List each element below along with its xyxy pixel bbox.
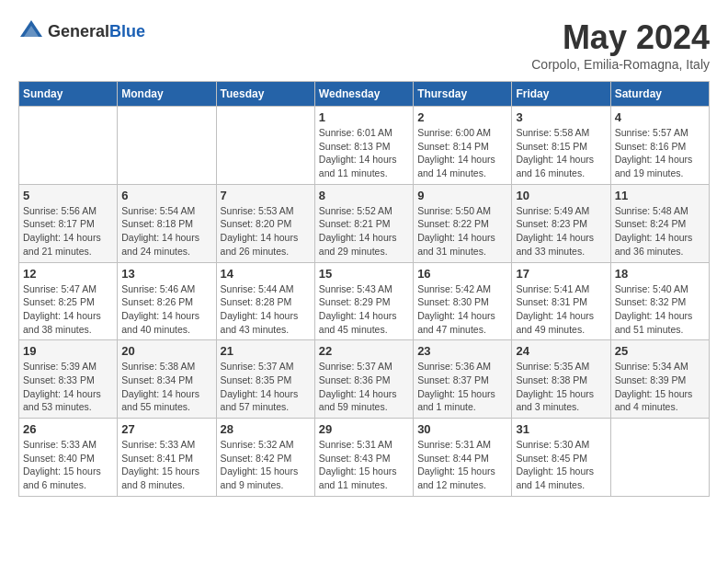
day-number: 15 bbox=[319, 267, 409, 281]
calendar-cell: 24Sunrise: 5:35 AM Sunset: 8:38 PM Dayli… bbox=[512, 340, 610, 419]
day-number: 5 bbox=[23, 189, 113, 202]
calendar-cell: 10Sunrise: 5:49 AM Sunset: 8:23 PM Dayli… bbox=[512, 184, 610, 262]
calendar-cell: 31Sunrise: 5:30 AM Sunset: 8:45 PM Dayli… bbox=[512, 419, 610, 497]
calendar-cell: 5Sunrise: 5:56 AM Sunset: 8:17 PM Daylig… bbox=[19, 184, 118, 262]
day-detail: Sunrise: 5:58 AM Sunset: 8:15 PM Dayligh… bbox=[516, 126, 606, 180]
day-number: 7 bbox=[221, 189, 311, 202]
day-number: 29 bbox=[319, 422, 409, 436]
logo-general-text: General bbox=[48, 22, 109, 40]
weekday-header-tuesday: Tuesday bbox=[216, 82, 314, 107]
day-detail: Sunrise: 5:35 AM Sunset: 8:38 PM Dayligh… bbox=[516, 360, 606, 414]
day-number: 18 bbox=[615, 267, 705, 281]
day-detail: Sunrise: 5:34 AM Sunset: 8:39 PM Dayligh… bbox=[615, 360, 705, 414]
calendar-cell: 14Sunrise: 5:44 AM Sunset: 8:28 PM Dayli… bbox=[216, 262, 314, 340]
calendar-cell: 19Sunrise: 5:39 AM Sunset: 8:33 PM Dayli… bbox=[19, 340, 118, 419]
day-detail: Sunrise: 5:37 AM Sunset: 8:35 PM Dayligh… bbox=[221, 360, 311, 414]
calendar-cell: 9Sunrise: 5:50 AM Sunset: 8:22 PM Daylig… bbox=[414, 184, 512, 262]
title-area: May 2024 Corpolo, Emilia-Romagna, Italy bbox=[531, 18, 710, 72]
calendar-cell: 8Sunrise: 5:52 AM Sunset: 8:21 PM Daylig… bbox=[314, 184, 413, 262]
day-detail: Sunrise: 5:33 AM Sunset: 8:40 PM Dayligh… bbox=[23, 438, 113, 492]
day-number: 28 bbox=[221, 422, 311, 436]
day-detail: Sunrise: 5:47 AM Sunset: 8:25 PM Dayligh… bbox=[23, 282, 113, 337]
day-detail: Sunrise: 5:57 AM Sunset: 8:16 PM Dayligh… bbox=[615, 126, 705, 180]
logo-blue-text: Blue bbox=[109, 22, 145, 40]
calendar-body: 1Sunrise: 6:01 AM Sunset: 8:13 PM Daylig… bbox=[19, 107, 710, 497]
calendar-cell: 13Sunrise: 5:46 AM Sunset: 8:26 PM Dayli… bbox=[118, 262, 216, 340]
day-detail: Sunrise: 5:39 AM Sunset: 8:33 PM Dayligh… bbox=[23, 360, 113, 414]
calendar-cell: 2Sunrise: 6:00 AM Sunset: 8:14 PM Daylig… bbox=[414, 107, 512, 185]
logo: GeneralBlue bbox=[18, 18, 145, 44]
day-number: 31 bbox=[516, 422, 606, 436]
day-detail: Sunrise: 5:42 AM Sunset: 8:30 PM Dayligh… bbox=[417, 282, 507, 337]
day-number: 10 bbox=[516, 189, 606, 202]
calendar-header: SundayMondayTuesdayWednesdayThursdayFrid… bbox=[19, 82, 710, 107]
day-detail: Sunrise: 5:43 AM Sunset: 8:29 PM Dayligh… bbox=[319, 282, 409, 337]
calendar-cell: 30Sunrise: 5:31 AM Sunset: 8:44 PM Dayli… bbox=[414, 419, 512, 497]
day-detail: Sunrise: 5:37 AM Sunset: 8:36 PM Dayligh… bbox=[319, 360, 409, 414]
day-number: 23 bbox=[417, 344, 507, 358]
weekday-header-thursday: Thursday bbox=[414, 82, 512, 107]
weekday-header-saturday: Saturday bbox=[610, 82, 709, 107]
calendar-cell: 23Sunrise: 5:36 AM Sunset: 8:37 PM Dayli… bbox=[414, 340, 512, 419]
day-number: 8 bbox=[319, 189, 409, 202]
day-detail: Sunrise: 5:33 AM Sunset: 8:41 PM Dayligh… bbox=[121, 438, 211, 492]
day-detail: Sunrise: 5:52 AM Sunset: 8:21 PM Dayligh… bbox=[319, 204, 409, 259]
calendar-cell bbox=[118, 107, 216, 185]
logo-icon bbox=[18, 18, 44, 44]
day-detail: Sunrise: 5:32 AM Sunset: 8:42 PM Dayligh… bbox=[221, 438, 311, 492]
calendar-cell: 1Sunrise: 6:01 AM Sunset: 8:13 PM Daylig… bbox=[314, 107, 413, 185]
weekday-header-wednesday: Wednesday bbox=[314, 82, 413, 107]
day-number: 26 bbox=[23, 422, 113, 436]
calendar-cell: 17Sunrise: 5:41 AM Sunset: 8:31 PM Dayli… bbox=[512, 262, 610, 340]
calendar-cell: 11Sunrise: 5:48 AM Sunset: 8:24 PM Dayli… bbox=[610, 184, 709, 262]
day-detail: Sunrise: 5:54 AM Sunset: 8:18 PM Dayligh… bbox=[121, 204, 211, 259]
day-number: 1 bbox=[319, 110, 409, 124]
day-number: 25 bbox=[615, 344, 705, 358]
day-detail: Sunrise: 5:38 AM Sunset: 8:34 PM Dayligh… bbox=[121, 360, 211, 414]
day-number: 3 bbox=[516, 110, 606, 124]
day-detail: Sunrise: 6:01 AM Sunset: 8:13 PM Dayligh… bbox=[319, 126, 409, 180]
day-detail: Sunrise: 5:46 AM Sunset: 8:26 PM Dayligh… bbox=[121, 282, 211, 337]
calendar-cell bbox=[19, 107, 118, 185]
day-number: 17 bbox=[516, 267, 606, 281]
day-number: 20 bbox=[121, 344, 211, 358]
calendar-cell: 21Sunrise: 5:37 AM Sunset: 8:35 PM Dayli… bbox=[216, 340, 314, 419]
weekday-header-friday: Friday bbox=[512, 82, 610, 107]
day-number: 14 bbox=[221, 267, 311, 281]
calendar-table: SundayMondayTuesdayWednesdayThursdayFrid… bbox=[18, 81, 710, 497]
calendar-cell: 16Sunrise: 5:42 AM Sunset: 8:30 PM Dayli… bbox=[414, 262, 512, 340]
calendar-cell: 15Sunrise: 5:43 AM Sunset: 8:29 PM Dayli… bbox=[314, 262, 413, 340]
day-detail: Sunrise: 5:53 AM Sunset: 8:20 PM Dayligh… bbox=[221, 204, 311, 259]
day-number: 16 bbox=[417, 267, 507, 281]
day-number: 12 bbox=[23, 267, 113, 281]
day-detail: Sunrise: 5:41 AM Sunset: 8:31 PM Dayligh… bbox=[516, 282, 606, 337]
calendar-cell: 25Sunrise: 5:34 AM Sunset: 8:39 PM Dayli… bbox=[610, 340, 709, 419]
day-detail: Sunrise: 5:30 AM Sunset: 8:45 PM Dayligh… bbox=[516, 438, 606, 492]
day-detail: Sunrise: 5:31 AM Sunset: 8:44 PM Dayligh… bbox=[417, 438, 507, 492]
day-number: 19 bbox=[23, 344, 113, 358]
calendar-week-row: 19Sunrise: 5:39 AM Sunset: 8:33 PM Dayli… bbox=[19, 340, 710, 419]
location-subtitle: Corpolo, Emilia-Romagna, Italy bbox=[531, 57, 710, 72]
day-number: 4 bbox=[615, 110, 705, 124]
calendar-week-row: 1Sunrise: 6:01 AM Sunset: 8:13 PM Daylig… bbox=[19, 107, 710, 185]
month-title: May 2024 bbox=[531, 18, 710, 57]
weekday-header-sunday: Sunday bbox=[19, 82, 118, 107]
calendar-cell: 27Sunrise: 5:33 AM Sunset: 8:41 PM Dayli… bbox=[118, 419, 216, 497]
day-number: 2 bbox=[417, 110, 507, 124]
calendar-week-row: 26Sunrise: 5:33 AM Sunset: 8:40 PM Dayli… bbox=[19, 419, 710, 497]
calendar-week-row: 12Sunrise: 5:47 AM Sunset: 8:25 PM Dayli… bbox=[19, 262, 710, 340]
day-detail: Sunrise: 5:40 AM Sunset: 8:32 PM Dayligh… bbox=[615, 282, 705, 337]
day-number: 13 bbox=[121, 267, 211, 281]
calendar-cell: 7Sunrise: 5:53 AM Sunset: 8:20 PM Daylig… bbox=[216, 184, 314, 262]
calendar-cell: 6Sunrise: 5:54 AM Sunset: 8:18 PM Daylig… bbox=[118, 184, 216, 262]
day-number: 22 bbox=[319, 344, 409, 358]
weekday-header-row: SundayMondayTuesdayWednesdayThursdayFrid… bbox=[19, 82, 710, 107]
calendar-cell: 26Sunrise: 5:33 AM Sunset: 8:40 PM Dayli… bbox=[19, 419, 118, 497]
calendar-week-row: 5Sunrise: 5:56 AM Sunset: 8:17 PM Daylig… bbox=[19, 184, 710, 262]
day-number: 24 bbox=[516, 344, 606, 358]
calendar-cell: 22Sunrise: 5:37 AM Sunset: 8:36 PM Dayli… bbox=[314, 340, 413, 419]
day-number: 30 bbox=[417, 422, 507, 436]
day-detail: Sunrise: 5:44 AM Sunset: 8:28 PM Dayligh… bbox=[221, 282, 311, 337]
day-number: 11 bbox=[615, 189, 705, 202]
day-number: 6 bbox=[121, 189, 211, 202]
